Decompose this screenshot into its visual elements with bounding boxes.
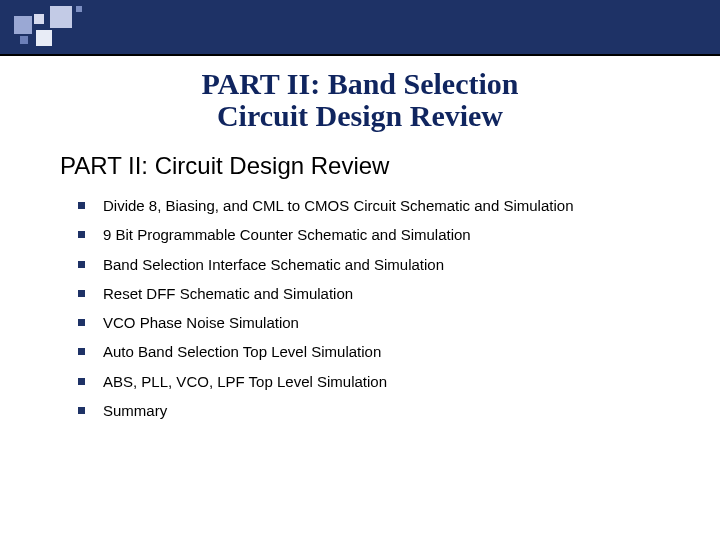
bullet-icon: [78, 378, 85, 385]
list-item-text: ABS, PLL, VCO, LPF Top Level Simulation: [103, 372, 678, 392]
bullet-icon: [78, 319, 85, 326]
bullet-icon: [78, 202, 85, 209]
list-item-text: Divide 8, Biasing, and CML to CMOS Circu…: [103, 196, 678, 216]
list-item-text: Summary: [103, 401, 678, 421]
bullet-icon: [78, 231, 85, 238]
bullet-icon: [78, 261, 85, 268]
corner-decoration: [14, 6, 94, 48]
list-item-text: Auto Band Selection Top Level Simulation: [103, 342, 678, 362]
deco-square-icon: [76, 6, 82, 12]
list-item: VCO Phase Noise Simulation: [78, 313, 678, 333]
list-item: Divide 8, Biasing, and CML to CMOS Circu…: [78, 196, 678, 216]
content-list: Divide 8, Biasing, and CML to CMOS Circu…: [78, 196, 678, 430]
deco-square-icon: [34, 14, 44, 24]
deco-square-icon: [50, 6, 72, 28]
list-item: Reset DFF Schematic and Simulation: [78, 284, 678, 304]
title-line-2: Circuit Design Review: [0, 100, 720, 132]
title-line-1: PART II: Band Selection: [0, 68, 720, 100]
deco-square-icon: [36, 30, 52, 46]
section-subtitle: PART II: Circuit Design Review: [60, 152, 389, 180]
bullet-icon: [78, 290, 85, 297]
list-item: Auto Band Selection Top Level Simulation: [78, 342, 678, 362]
list-item-text: Band Selection Interface Schematic and S…: [103, 255, 678, 275]
header-bar: [0, 0, 720, 56]
bullet-icon: [78, 348, 85, 355]
deco-square-icon: [14, 16, 32, 34]
list-item: Band Selection Interface Schematic and S…: [78, 255, 678, 275]
slide-title: PART II: Band Selection Circuit Design R…: [0, 68, 720, 131]
list-item: Summary: [78, 401, 678, 421]
list-item: ABS, PLL, VCO, LPF Top Level Simulation: [78, 372, 678, 392]
list-item-text: 9 Bit Programmable Counter Schematic and…: [103, 225, 678, 245]
list-item: 9 Bit Programmable Counter Schematic and…: [78, 225, 678, 245]
list-item-text: VCO Phase Noise Simulation: [103, 313, 678, 333]
bullet-icon: [78, 407, 85, 414]
list-item-text: Reset DFF Schematic and Simulation: [103, 284, 678, 304]
deco-square-icon: [20, 36, 28, 44]
